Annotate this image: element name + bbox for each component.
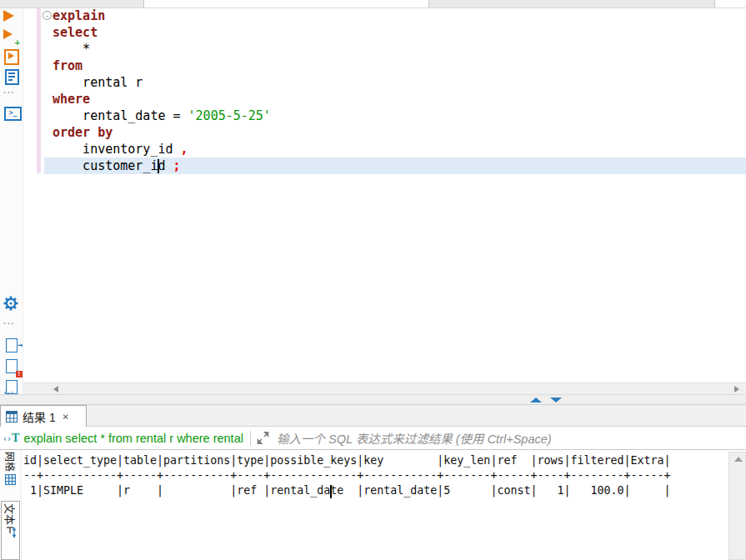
editor-results-splitter[interactable] — [0, 394, 746, 405]
view-tab-grid[interactable]: 网格 — [1, 452, 20, 498]
sql-terminal-icon[interactable]: >_ — [3, 105, 19, 121]
file-error-icon[interactable]: ! — [3, 359, 19, 375]
results-tab-bar: 结果 1 × — [0, 405, 746, 427]
editor-file-tab-edge[interactable] — [143, 0, 429, 8]
results-vertical-scrollbar[interactable] — [728, 452, 746, 560]
fold-collapse-icon[interactable]: - — [43, 11, 52, 20]
tab-strip-corner — [714, 0, 746, 8]
result-text-line: --+-----------+-----+----------+----+---… — [23, 468, 671, 483]
maximize-panel-icon[interactable] — [530, 398, 542, 402]
code-line[interactable]: * — [53, 41, 271, 58]
scroll-up-icon[interactable] — [734, 457, 743, 462]
result-text-line: id|select_type|table|partitions|type|pos… — [23, 453, 671, 468]
code-line[interactable]: from — [53, 58, 271, 74]
editor-horizontal-scrollbar[interactable] — [23, 382, 746, 395]
filter-sql-preview[interactable]: explain select * from rental r where ren… — [23, 432, 243, 445]
code-line[interactable]: where — [53, 91, 271, 108]
text-view-icon — [6, 527, 16, 538]
results-filter-bar: ‹›T explain select * from rental r where… — [0, 427, 746, 450]
execute-new-tab-icon[interactable]: + — [3, 29, 19, 45]
code-line[interactable]: customer_id ; — [53, 158, 271, 174]
tab-result-1[interactable]: 结果 1 × — [0, 405, 87, 427]
grid-view-icon — [5, 474, 16, 485]
result-text-line: 1|SIMPLE |r | |ref |rental_date |rental_… — [23, 483, 671, 498]
sql-code[interactable]: explainselect *from rental rwhere rental… — [53, 8, 271, 174]
code-line[interactable]: order by — [53, 124, 271, 141]
close-icon[interactable]: × — [63, 411, 69, 422]
code-line[interactable]: select — [53, 24, 271, 41]
result-text-caret — [330, 485, 332, 498]
result-view-tabs: 网格 文本 — [0, 450, 22, 560]
expand-filter-icon[interactable] — [257, 432, 269, 444]
execute-script-icon[interactable] — [3, 48, 19, 64]
results-panel: 网格 文本 id|select — [0, 450, 746, 560]
result-tab-label: 结果 1 — [23, 408, 56, 425]
more-options-icon[interactable]: ··· — [3, 89, 19, 105]
filter-text-icon[interactable]: ‹›T — [3, 432, 19, 444]
minimize-panel-icon[interactable] — [550, 398, 562, 402]
sql-ide-window: { "colors": { "keyword": "#8b2016", "str… — [0, 0, 746, 560]
execute-sql-icon[interactable] — [3, 10, 19, 26]
filter-separator — [250, 431, 251, 446]
code-line[interactable]: explain — [53, 8, 271, 24]
code-line[interactable]: rental_date = '2005-5-25' — [53, 108, 271, 124]
editor-toolbar: + ··· >_ ··· → ! (x) — [0, 8, 23, 395]
scroll-right-icon[interactable] — [734, 386, 739, 392]
scroll-left-icon[interactable] — [53, 386, 58, 392]
more-tools-icon[interactable]: ··· — [3, 320, 19, 336]
sql-script-icon[interactable] — [3, 68, 19, 84]
filter-input-placeholder[interactable]: 输入一个 SQL 表达式来过滤结果 (使用 Ctrl+Space) — [277, 429, 552, 447]
change-indicator-bar — [37, 8, 41, 173]
view-tab-text[interactable]: 文本 — [1, 501, 20, 560]
code-line[interactable]: rental r — [53, 74, 271, 91]
code-line[interactable]: inventory_id , — [53, 141, 271, 158]
result-table-icon — [6, 411, 18, 422]
result-text-output[interactable]: id|select_type|table|partitions|type|pos… — [23, 453, 671, 498]
sql-editor[interactable]: - explainselect *from rental rwhere rent… — [23, 8, 746, 382]
export-file-icon[interactable]: → — [3, 338, 19, 354]
editor-caret — [158, 159, 159, 173]
settings-gear-icon[interactable] — [3, 296, 19, 312]
